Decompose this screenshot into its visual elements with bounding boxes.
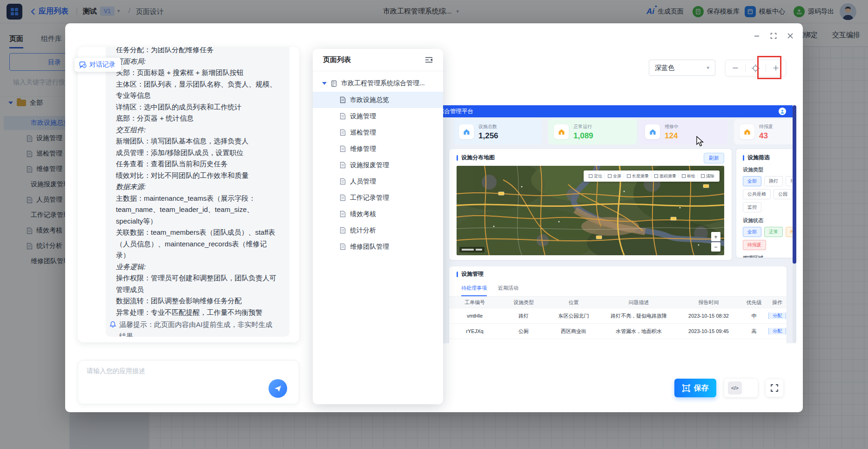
page-icon xyxy=(340,162,346,169)
chat-line: 关联数据：team_members表（团队成员）、staff表（人员信息）、ma… xyxy=(116,227,279,261)
tab-recent-activity[interactable]: 近期活动 xyxy=(498,285,518,296)
page-list-item[interactable]: 设施报废管理 xyxy=(313,157,443,173)
chat-history-card: 任务分配：为团队分配维修任务页面布局:头部：页面标题 + 搜索框 + 新增团队按… xyxy=(78,47,299,342)
zoom-out-button[interactable] xyxy=(726,60,745,76)
dashboard-avatar xyxy=(779,108,786,115)
map-tool-5[interactable]: 标绘 xyxy=(680,173,698,179)
save-button[interactable]: 保存 xyxy=(674,379,716,397)
chat-line: 业务逻辑: xyxy=(116,261,279,273)
page-list-item-label: 巡检管理 xyxy=(350,129,376,137)
theme-select[interactable]: 深蓝色 ▾ xyxy=(649,60,715,76)
dashboard-header: 市政设施综合管理平台 xyxy=(408,105,793,117)
map-zoom-out-button[interactable]: − xyxy=(711,242,720,252)
close-icon[interactable] xyxy=(786,32,794,40)
map-tool-label: 全屏 xyxy=(613,173,621,179)
section-accent xyxy=(743,155,744,161)
chat-bubble: 任务分配：为团队分配维修任务页面布局:头部：页面标题 + 搜索框 + 新增团队按… xyxy=(106,47,289,337)
filter-chip[interactable]: 正常 xyxy=(764,227,783,237)
page-tree-root[interactable]: 市政工程管理系统综合管理... xyxy=(313,75,443,92)
map-tool-label: 面积测量 xyxy=(659,173,676,179)
page-icon xyxy=(340,194,346,201)
work-order-table: 工单编号设施类型位置问题描述报告时间优先级操作vmtHle路灯东区公园北门路灯不… xyxy=(449,297,787,343)
chevron-down-icon: ▾ xyxy=(707,65,709,71)
page-list-panel: 页面列表 市政工程管理系统综合管理... 市政设施总览设施管理巡检管理维修管理设… xyxy=(313,49,443,404)
chat-tag-label: 对话记录 xyxy=(89,61,115,69)
chat-history-tag[interactable]: 对话记录 xyxy=(74,58,121,72)
map-tool-2[interactable]: 全屏 xyxy=(606,173,624,179)
stat-value: 1,256 xyxy=(478,131,498,141)
facility-table-section: 设施管理 待处理事项 近期活动 工单编号设施类型位置问题描述报告时间优先级操作v… xyxy=(449,266,787,343)
minimize-button[interactable] xyxy=(753,32,761,40)
page-list-item[interactable]: 设施管理 xyxy=(313,108,443,124)
page-preview-viewport[interactable]: 市政设施综合管理平台 设施总数 1,256 正常运行 1,089 维修中 124… xyxy=(408,105,793,343)
page-list-item[interactable]: 维修团队管理 xyxy=(313,238,443,255)
filter-chip[interactable]: 公共座椅 xyxy=(743,189,771,199)
map-tool-6[interactable]: 清除 xyxy=(699,173,717,179)
table-cell: rYEJXq xyxy=(449,328,500,334)
map-tool-1[interactable]: 定位 xyxy=(586,173,605,179)
page-list-item-label: 统计分析 xyxy=(350,226,376,235)
filter-groups: 设施类型全部路灯垃圾桶公共座椅公园监控设施状态全部正常维修中待报废管理区域全部东… xyxy=(743,166,793,258)
map-zoom-in-button[interactable]: + xyxy=(711,232,720,241)
facility-map[interactable]: 定位全屏长度测量面积测量标绘清除 + − xyxy=(457,166,724,255)
filter-chip[interactable]: 路灯 xyxy=(764,176,783,186)
stat-label: 维修中 xyxy=(665,123,679,130)
page-list-item[interactable]: 工作记录管理 xyxy=(313,190,443,206)
table-row: rYEJXq公厕西区商业街水管漏水，地面积水2023-10-15 09:45高分… xyxy=(449,323,787,339)
stat-value: 1,089 xyxy=(573,131,593,141)
map-tool-icon xyxy=(589,174,592,178)
map-section: 设施分布地图 刷新 xyxy=(449,149,732,260)
map-tool-4[interactable]: 面积测量 xyxy=(652,173,679,179)
stat-card: 设施总数 1,256 xyxy=(453,119,542,144)
page-list-item[interactable]: 人员管理 xyxy=(313,173,443,190)
save-icon xyxy=(682,384,690,392)
table-cell-action: 分配 xyxy=(768,328,787,334)
page-list-item-label: 设施管理 xyxy=(350,112,376,121)
page-list-item[interactable]: 市政设施总览 xyxy=(313,92,443,108)
page-tree-items: 市政设施总览设施管理巡检管理维修管理设施报废管理人员管理工作记录管理绩效考核统计… xyxy=(313,92,443,255)
filter-chip[interactable]: 全部 xyxy=(743,227,761,237)
maximize-button[interactable] xyxy=(769,32,778,40)
filter-chip[interactable]: 垃圾桶 xyxy=(786,176,793,186)
stat-label: 待报废 xyxy=(759,123,773,130)
refresh-button[interactable]: 刷新 xyxy=(704,153,724,163)
map-tool-3[interactable]: 长度测量 xyxy=(625,173,652,179)
scrollbar-thumb[interactable] xyxy=(793,105,796,264)
page-list-item[interactable]: 统计分析 xyxy=(313,222,443,238)
filter-chip[interactable]: 维修中 xyxy=(786,227,793,237)
chat-log-icon xyxy=(79,61,87,68)
map-tool-label: 定位 xyxy=(594,173,602,179)
filter-chip[interactable]: 待报废 xyxy=(743,240,766,250)
notebook-icon xyxy=(330,80,337,87)
fullscreen-button[interactable] xyxy=(766,379,783,397)
page-list-item[interactable]: 绩效考核 xyxy=(313,206,443,222)
tab-pending-items[interactable]: 待处理事项 xyxy=(461,285,487,296)
table-cell: 垃圾桶损坏，无法正常使用 xyxy=(600,343,677,344)
stat-value: 43 xyxy=(759,131,773,141)
collapse-list-icon[interactable] xyxy=(425,57,433,63)
table-header-row: 工单编号设施类型位置问题描述报告时间优先级操作 xyxy=(449,297,787,308)
mouse-cursor xyxy=(696,136,705,147)
facility-icon xyxy=(554,124,569,139)
table-cell: vmtHle xyxy=(449,313,500,319)
table-title: 设施管理 xyxy=(461,270,484,278)
preview-scrollbar[interactable] xyxy=(793,105,796,343)
page-icon xyxy=(340,227,346,234)
page-list-item[interactable]: 维修管理 xyxy=(313,141,443,157)
map-tool-label: 长度测量 xyxy=(632,173,649,179)
send-button[interactable] xyxy=(269,379,287,398)
view-code-button[interactable]: </> xyxy=(724,379,758,397)
assign-button[interactable]: 分配 xyxy=(768,328,786,334)
table-header-cell: 操作 xyxy=(768,299,787,306)
section-accent xyxy=(457,155,458,161)
app-description-input[interactable]: 请输入您的应用描述 xyxy=(78,360,299,404)
page-list-item[interactable]: 巡检管理 xyxy=(313,124,443,141)
map-toolbar: 定位全屏长度测量面积测量标绘清除 xyxy=(584,170,720,182)
filter-chip[interactable]: 公园 xyxy=(774,189,792,199)
assign-button[interactable]: 分配 xyxy=(768,313,786,319)
filter-chip[interactable]: 监控 xyxy=(743,202,761,212)
chat-line: 任务查看：查看团队当前和历史任务 xyxy=(116,158,279,170)
table-header-cell: 工单编号 xyxy=(449,299,500,306)
filter-chip[interactable]: 全部 xyxy=(743,176,761,186)
chat-line: 绩效对比：对比不同团队的工作效率和质量 xyxy=(116,170,279,182)
